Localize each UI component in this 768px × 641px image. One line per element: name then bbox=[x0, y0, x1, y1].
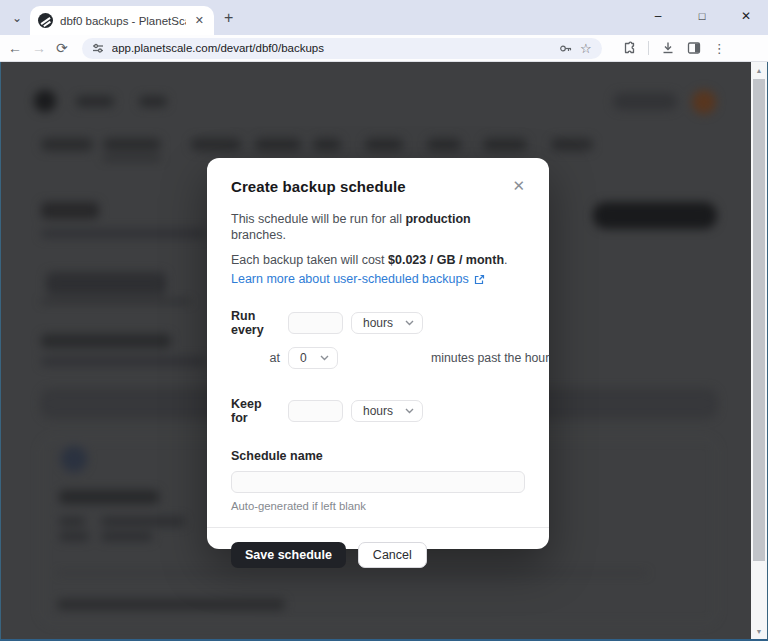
cost-bold: $0.023 / GB / month bbox=[388, 253, 504, 267]
card-row-blur bbox=[59, 532, 89, 541]
section-subtext-blur bbox=[41, 357, 206, 366]
address-bar[interactable]: app.planetscale.com/devart/dbf0/backups … bbox=[82, 38, 602, 59]
chevron-down-icon: ⌄ bbox=[12, 11, 22, 25]
bookmark-star-icon[interactable]: ☆ bbox=[580, 41, 592, 56]
schedule-name-input[interactable] bbox=[231, 471, 525, 493]
learn-more-link[interactable]: Learn more about user-scheduled backups bbox=[231, 271, 525, 287]
close-icon[interactable]: ✕ bbox=[512, 178, 525, 193]
chevron-down-icon bbox=[320, 355, 329, 361]
avatar bbox=[692, 90, 716, 114]
card-title-blur bbox=[59, 490, 159, 504]
nav-item-blur bbox=[551, 138, 593, 151]
site-settings-icon[interactable] bbox=[92, 42, 104, 54]
extensions-icon[interactable] bbox=[622, 41, 636, 55]
org-name-blur bbox=[76, 96, 114, 107]
planetscale-favicon bbox=[38, 13, 53, 28]
card-row-blur bbox=[101, 517, 185, 526]
reload-button[interactable]: ⟳ bbox=[56, 41, 68, 55]
card-icon-blur bbox=[61, 446, 87, 472]
save-schedule-button[interactable]: Save schedule bbox=[231, 542, 346, 568]
at-minutes-value: 0 bbox=[300, 351, 307, 365]
create-backup-schedule-dialog: Create backup schedule ✕ This schedule w… bbox=[207, 158, 549, 549]
nav-item-blur bbox=[103, 138, 161, 151]
chevron-down-icon bbox=[405, 408, 414, 414]
card-paragraph-blur bbox=[57, 599, 285, 610]
minimize-button[interactable]: – bbox=[636, 9, 680, 23]
tab-search-button[interactable]: ⌄ bbox=[4, 5, 30, 31]
keep-for-unit-value: hours bbox=[363, 404, 393, 418]
cost-text: Each backup taken will cost $0.023 / GB … bbox=[231, 252, 525, 268]
card-divider-blur bbox=[57, 572, 647, 574]
nav-item-blur bbox=[255, 138, 301, 151]
cost-suffix: . bbox=[504, 253, 507, 267]
cost-prefix: Each backup taken will cost bbox=[231, 253, 388, 267]
nav-item-blur bbox=[313, 138, 341, 151]
keep-for-unit-select[interactable]: hours bbox=[351, 400, 423, 422]
new-backup-button-blur bbox=[593, 202, 717, 229]
tab-strip: ⌄ dbf0 backups - PlanetScale ✕ + – □ ✕ bbox=[0, 0, 768, 35]
browser-tab[interactable]: dbf0 backups - PlanetScale ✕ bbox=[30, 6, 214, 35]
scroll-down-icon[interactable]: ▼ bbox=[751, 623, 767, 639]
org-logo bbox=[34, 90, 56, 112]
nav-item-blur bbox=[427, 138, 461, 151]
chevron-down-icon bbox=[405, 320, 414, 326]
toolbar-divider bbox=[648, 41, 649, 55]
keep-for-input[interactable] bbox=[288, 400, 343, 422]
card-row-blur bbox=[101, 532, 153, 541]
tab-underline-blur bbox=[41, 300, 191, 303]
download-icon[interactable] bbox=[661, 41, 675, 55]
intro-prefix: This schedule will be run for all bbox=[231, 212, 405, 226]
schedule-name-help: Auto-generated if left blank bbox=[231, 500, 525, 512]
db-name-blur bbox=[139, 96, 167, 107]
nav-item-blur bbox=[41, 138, 93, 151]
forward-button[interactable]: → bbox=[32, 41, 46, 55]
back-button[interactable]: ← bbox=[8, 41, 22, 55]
page-scrollbar[interactable]: ▲ ▼ bbox=[751, 62, 767, 639]
side-panel-icon[interactable] bbox=[687, 41, 701, 55]
intro-bold: production bbox=[405, 212, 470, 226]
at-label: at bbox=[231, 351, 280, 365]
at-minutes-select[interactable]: 0 bbox=[288, 347, 338, 369]
nav-active-underline bbox=[103, 157, 161, 160]
footer-divider bbox=[207, 527, 549, 528]
search-pill-blur bbox=[613, 93, 677, 110]
new-tab-button[interactable]: + bbox=[224, 9, 233, 27]
url-text[interactable]: app.planetscale.com/devart/dbf0/backups bbox=[112, 42, 551, 54]
run-every-input[interactable] bbox=[288, 312, 343, 334]
scrollbar-thumb[interactable] bbox=[753, 79, 765, 561]
run-every-unit-select[interactable]: hours bbox=[351, 312, 423, 334]
window-controls: – □ ✕ bbox=[636, 0, 768, 32]
learn-more-label: Learn more about user-scheduled backups bbox=[231, 271, 469, 287]
keep-for-label: Keep for bbox=[231, 397, 280, 425]
toolbar-right: ⋮ bbox=[622, 41, 726, 55]
tab-pill-blur bbox=[46, 272, 166, 295]
scroll-up-icon[interactable]: ▲ bbox=[751, 62, 767, 78]
minutes-past-hour-text: minutes past the hour bbox=[431, 351, 549, 365]
page-heading-blur bbox=[41, 202, 99, 219]
tab-close-icon[interactable]: ✕ bbox=[193, 12, 206, 29]
run-every-unit-value: hours bbox=[363, 316, 393, 330]
nav-item-blur bbox=[365, 138, 403, 151]
page-subtext-blur bbox=[41, 229, 206, 238]
intro-text: This schedule will be run for all produc… bbox=[231, 211, 525, 243]
password-key-icon[interactable] bbox=[559, 42, 572, 55]
run-every-label: Run every bbox=[231, 309, 280, 337]
nav-item-blur bbox=[191, 138, 241, 151]
external-link-icon bbox=[474, 274, 485, 285]
schedule-form: Run every hours at 0 bbox=[231, 309, 525, 512]
maximize-button[interactable]: □ bbox=[680, 10, 724, 22]
nav-item-blur bbox=[483, 138, 527, 151]
cancel-button[interactable]: Cancel bbox=[358, 542, 427, 568]
close-window-button[interactable]: ✕ bbox=[724, 9, 768, 23]
browser-toolbar: ← → ⟳ app.planetscale.com/devart/dbf0/ba… bbox=[0, 35, 768, 62]
schedule-name-label: Schedule name bbox=[231, 449, 525, 463]
menu-dots-icon[interactable]: ⋮ bbox=[713, 42, 726, 55]
card-row-blur bbox=[59, 517, 85, 526]
tab-title: dbf0 backups - PlanetScale bbox=[60, 15, 186, 27]
dialog-title: Create backup schedule bbox=[231, 178, 406, 195]
intro-suffix: branches. bbox=[231, 228, 286, 242]
browser-window: ⌄ dbf0 backups - PlanetScale ✕ + – □ ✕ ←… bbox=[0, 0, 768, 641]
section-heading-blur bbox=[41, 334, 171, 348]
